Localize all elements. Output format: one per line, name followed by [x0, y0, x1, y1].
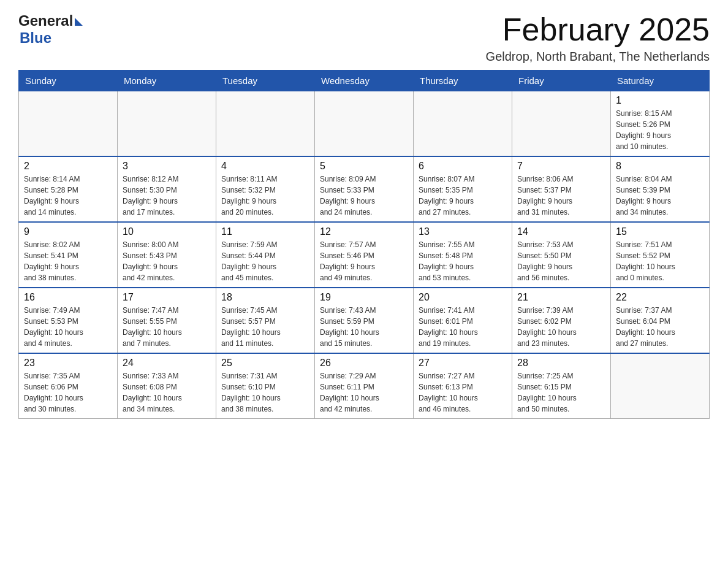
calendar-cell: 13Sunrise: 7:55 AM Sunset: 5:48 PM Dayli…	[414, 222, 512, 288]
calendar-cell: 18Sunrise: 7:45 AM Sunset: 5:57 PM Dayli…	[216, 288, 315, 353]
calendar-cell: 14Sunrise: 7:53 AM Sunset: 5:50 PM Dayli…	[512, 222, 611, 288]
title-section: February 2025 Geldrop, North Brabant, Th…	[486, 12, 710, 64]
day-number: 3	[123, 161, 211, 172]
day-number: 8	[616, 161, 704, 172]
day-number: 22	[616, 292, 704, 303]
calendar-cell: 11Sunrise: 7:59 AM Sunset: 5:44 PM Dayli…	[216, 222, 315, 288]
day-number: 26	[320, 358, 408, 369]
calendar-cell: 8Sunrise: 8:04 AM Sunset: 5:39 PM Daylig…	[611, 156, 710, 222]
day-info: Sunrise: 7:59 AM Sunset: 5:44 PM Dayligh…	[221, 239, 309, 283]
day-info: Sunrise: 8:00 AM Sunset: 5:43 PM Dayligh…	[123, 239, 211, 283]
day-info: Sunrise: 8:15 AM Sunset: 5:26 PM Dayligh…	[616, 108, 704, 152]
day-info: Sunrise: 8:14 AM Sunset: 5:28 PM Dayligh…	[24, 174, 112, 218]
day-info: Sunrise: 7:27 AM Sunset: 6:13 PM Dayligh…	[419, 370, 507, 415]
day-info: Sunrise: 7:47 AM Sunset: 5:55 PM Dayligh…	[123, 305, 211, 349]
day-number: 12	[320, 226, 408, 237]
day-number: 23	[24, 358, 112, 369]
calendar-cell: 16Sunrise: 7:49 AM Sunset: 5:53 PM Dayli…	[19, 288, 118, 353]
calendar-cell: 22Sunrise: 7:37 AM Sunset: 6:04 PM Dayli…	[611, 288, 710, 353]
day-number: 10	[123, 226, 211, 237]
weekday-header-tuesday: Tuesday	[216, 71, 315, 91]
calendar-cell	[19, 91, 118, 157]
page-header: General Blue February 2025 Geldrop, Nort…	[18, 12, 710, 64]
weekday-header-wednesday: Wednesday	[315, 71, 414, 91]
day-number: 6	[419, 161, 507, 172]
logo-triangle-icon	[75, 18, 83, 26]
day-number: 13	[419, 226, 507, 237]
calendar-cell: 4Sunrise: 8:11 AM Sunset: 5:32 PM Daylig…	[216, 156, 315, 222]
calendar-cell: 15Sunrise: 7:51 AM Sunset: 5:52 PM Dayli…	[611, 222, 710, 288]
calendar-cell: 12Sunrise: 7:57 AM Sunset: 5:46 PM Dayli…	[315, 222, 414, 288]
day-info: Sunrise: 7:53 AM Sunset: 5:50 PM Dayligh…	[517, 239, 605, 283]
calendar-cell	[118, 91, 216, 157]
location-label: Geldrop, North Brabant, The Netherlands	[486, 50, 710, 64]
day-number: 19	[320, 292, 408, 303]
calendar-cell: 5Sunrise: 8:09 AM Sunset: 5:33 PM Daylig…	[315, 156, 414, 222]
day-info: Sunrise: 7:55 AM Sunset: 5:48 PM Dayligh…	[419, 239, 507, 283]
day-info: Sunrise: 8:02 AM Sunset: 5:41 PM Dayligh…	[24, 239, 112, 283]
day-number: 21	[517, 292, 605, 303]
day-info: Sunrise: 7:57 AM Sunset: 5:46 PM Dayligh…	[320, 239, 408, 283]
calendar-cell	[611, 353, 710, 419]
day-info: Sunrise: 7:29 AM Sunset: 6:11 PM Dayligh…	[320, 370, 408, 415]
day-info: Sunrise: 8:09 AM Sunset: 5:33 PM Dayligh…	[320, 174, 408, 218]
calendar-cell	[414, 91, 512, 157]
calendar-cell: 27Sunrise: 7:27 AM Sunset: 6:13 PM Dayli…	[414, 353, 512, 419]
logo: General Blue	[18, 12, 83, 47]
day-info: Sunrise: 7:33 AM Sunset: 6:08 PM Dayligh…	[123, 370, 211, 415]
day-number: 7	[517, 161, 605, 172]
calendar-cell: 7Sunrise: 8:06 AM Sunset: 5:37 PM Daylig…	[512, 156, 611, 222]
calendar-cell: 25Sunrise: 7:31 AM Sunset: 6:10 PM Dayli…	[216, 353, 315, 419]
day-number: 20	[419, 292, 507, 303]
weekday-header-thursday: Thursday	[414, 71, 512, 91]
day-info: Sunrise: 7:25 AM Sunset: 6:15 PM Dayligh…	[517, 370, 605, 415]
calendar-week-row-3: 9Sunrise: 8:02 AM Sunset: 5:41 PM Daylig…	[19, 222, 710, 288]
day-number: 9	[24, 226, 112, 237]
weekday-header-friday: Friday	[512, 71, 611, 91]
calendar-cell: 20Sunrise: 7:41 AM Sunset: 6:01 PM Dayli…	[414, 288, 512, 353]
day-info: Sunrise: 7:51 AM Sunset: 5:52 PM Dayligh…	[616, 239, 704, 283]
weekday-header-row: SundayMondayTuesdayWednesdayThursdayFrid…	[19, 71, 710, 91]
day-number: 15	[616, 226, 704, 237]
day-info: Sunrise: 8:04 AM Sunset: 5:39 PM Dayligh…	[616, 174, 704, 218]
calendar-table: SundayMondayTuesdayWednesdayThursdayFrid…	[18, 70, 710, 419]
calendar-cell: 17Sunrise: 7:47 AM Sunset: 5:55 PM Dayli…	[118, 288, 216, 353]
day-number: 4	[221, 161, 309, 172]
calendar-week-row-5: 23Sunrise: 7:35 AM Sunset: 6:06 PM Dayli…	[19, 353, 710, 419]
day-number: 11	[221, 226, 309, 237]
day-number: 16	[24, 292, 112, 303]
day-info: Sunrise: 8:11 AM Sunset: 5:32 PM Dayligh…	[221, 174, 309, 218]
day-info: Sunrise: 7:43 AM Sunset: 5:59 PM Dayligh…	[320, 305, 408, 349]
weekday-header-sunday: Sunday	[19, 71, 118, 91]
calendar-cell: 26Sunrise: 7:29 AM Sunset: 6:11 PM Dayli…	[315, 353, 414, 419]
day-number: 14	[517, 226, 605, 237]
day-number: 27	[419, 358, 507, 369]
day-number: 17	[123, 292, 211, 303]
day-info: Sunrise: 8:06 AM Sunset: 5:37 PM Dayligh…	[517, 174, 605, 218]
calendar-cell	[315, 91, 414, 157]
day-info: Sunrise: 7:37 AM Sunset: 6:04 PM Dayligh…	[616, 305, 704, 349]
day-info: Sunrise: 7:45 AM Sunset: 5:57 PM Dayligh…	[221, 305, 309, 349]
logo-blue-text: Blue	[20, 29, 51, 47]
calendar-cell: 23Sunrise: 7:35 AM Sunset: 6:06 PM Dayli…	[19, 353, 118, 419]
day-info: Sunrise: 7:41 AM Sunset: 6:01 PM Dayligh…	[419, 305, 507, 349]
day-info: Sunrise: 7:49 AM Sunset: 5:53 PM Dayligh…	[24, 305, 112, 349]
calendar-cell: 21Sunrise: 7:39 AM Sunset: 6:02 PM Dayli…	[512, 288, 611, 353]
day-number: 1	[616, 95, 704, 106]
calendar-cell: 6Sunrise: 8:07 AM Sunset: 5:35 PM Daylig…	[414, 156, 512, 222]
day-number: 25	[221, 358, 309, 369]
day-info: Sunrise: 7:35 AM Sunset: 6:06 PM Dayligh…	[24, 370, 112, 415]
weekday-header-saturday: Saturday	[611, 71, 710, 91]
calendar-cell: 3Sunrise: 8:12 AM Sunset: 5:30 PM Daylig…	[118, 156, 216, 222]
calendar-cell: 19Sunrise: 7:43 AM Sunset: 5:59 PM Dayli…	[315, 288, 414, 353]
day-number: 2	[24, 161, 112, 172]
calendar-week-row-1: 1Sunrise: 8:15 AM Sunset: 5:26 PM Daylig…	[19, 91, 710, 157]
day-info: Sunrise: 7:39 AM Sunset: 6:02 PM Dayligh…	[517, 305, 605, 349]
calendar-week-row-4: 16Sunrise: 7:49 AM Sunset: 5:53 PM Dayli…	[19, 288, 710, 353]
calendar-cell	[512, 91, 611, 157]
calendar-cell: 2Sunrise: 8:14 AM Sunset: 5:28 PM Daylig…	[19, 156, 118, 222]
day-info: Sunrise: 8:07 AM Sunset: 5:35 PM Dayligh…	[419, 174, 507, 218]
calendar-week-row-2: 2Sunrise: 8:14 AM Sunset: 5:28 PM Daylig…	[19, 156, 710, 222]
calendar-cell: 1Sunrise: 8:15 AM Sunset: 5:26 PM Daylig…	[611, 91, 710, 157]
day-number: 5	[320, 161, 408, 172]
